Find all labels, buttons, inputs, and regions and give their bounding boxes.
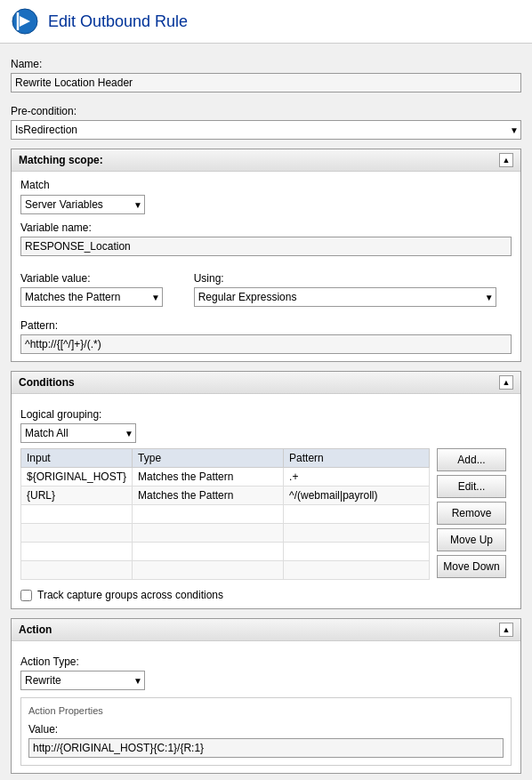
- precondition-label: Pre-condition:: [11, 105, 521, 117]
- table-row-empty2: [21, 524, 430, 543]
- row2-pattern: ^/(webmail|payroll): [284, 486, 430, 505]
- action-title: Action: [19, 623, 52, 636]
- precondition-select[interactable]: IsRedirection: [11, 120, 521, 140]
- using-col: Using: Regular Expressions Wildcards Exa…: [194, 265, 512, 307]
- logical-grouping-select-wrapper: Match All Match Any ▼: [20, 423, 136, 443]
- using-select[interactable]: Regular Expressions Wildcards Exact Matc…: [194, 287, 496, 307]
- action-collapse-btn[interactable]: ▲: [499, 623, 513, 637]
- conditions-body: Logical grouping: Match All Match Any ▼ …: [12, 394, 520, 608]
- action-type-select[interactable]: Rewrite Redirect None: [20, 671, 145, 690]
- track-capture-groups-checkbox[interactable]: [20, 590, 32, 601]
- action-value-input[interactable]: [28, 738, 504, 758]
- table-row: ${ORIGINAL_HOST} Matches the Pattern .+: [21, 468, 430, 486]
- col-pattern: Pattern: [284, 449, 430, 468]
- variable-value-select[interactable]: Matches the Pattern Does Not Match the P…: [20, 287, 163, 307]
- conditions-section: Conditions ▲ Logical grouping: Match All…: [11, 371, 521, 609]
- col-input: Input: [21, 449, 133, 468]
- table-row-empty1: [21, 505, 430, 524]
- using-label: Using:: [194, 272, 512, 285]
- row2-type: Matches the Pattern: [133, 486, 284, 505]
- variable-name-label: Variable name:: [20, 221, 512, 234]
- pattern-label: Pattern:: [20, 319, 512, 332]
- variable-value-col: Variable value: Matches the Pattern Does…: [20, 265, 180, 307]
- logical-grouping-select[interactable]: Match All Match Any: [20, 423, 136, 443]
- page-header: Edit Outbound Rule: [0, 0, 532, 44]
- match-type-select[interactable]: Server Variables: [20, 195, 145, 214]
- match-label: Match: [20, 179, 512, 191]
- table-row-empty3: [21, 543, 430, 561]
- name-label: Name:: [11, 58, 521, 70]
- conditions-side-buttons: Add... Edit... Remove Move Up Move Down: [437, 448, 506, 580]
- using-select-wrapper: Regular Expressions Wildcards Exact Matc…: [194, 287, 496, 307]
- match-type-select-wrapper: Server Variables ▼: [20, 195, 145, 214]
- row1-pattern: .+: [284, 468, 430, 486]
- logical-grouping-row: Logical grouping: Match All Match Any ▼: [20, 408, 512, 443]
- matching-scope-body: Match Server Variables ▼ Variable name: …: [12, 172, 520, 361]
- precondition-section: Pre-condition: IsRedirection ▼: [11, 105, 521, 140]
- action-properties-box: Action Properties Value:: [20, 697, 512, 766]
- conditions-layout: Input Type Pattern ${ORIGINAL_HOST} Matc…: [20, 448, 512, 580]
- conditions-title: Conditions: [19, 376, 75, 389]
- matching-scope-section: Matching scope: ▲ Match Server Variables…: [11, 149, 521, 362]
- col-type: Type: [133, 449, 284, 468]
- move-down-button[interactable]: Move Down: [437, 555, 506, 578]
- page-title: Edit Outbound Rule: [48, 12, 188, 31]
- row2-input: {URL}: [21, 486, 133, 505]
- outbound-rule-icon: [11, 7, 39, 36]
- variable-name-input[interactable]: [20, 237, 512, 256]
- action-section: Action ▲ Action Type: Rewrite Redirect N…: [11, 618, 521, 774]
- variable-value-using-row: Variable value: Matches the Pattern Does…: [20, 265, 512, 307]
- action-type-label: Action Type:: [20, 655, 512, 668]
- variable-value-label: Variable value:: [20, 272, 180, 285]
- variable-value-select-wrapper: Matches the Pattern Does Not Match the P…: [20, 287, 163, 307]
- action-header: Action ▲: [12, 619, 520, 641]
- row1-type: Matches the Pattern: [133, 468, 284, 486]
- conditions-header: Conditions ▲: [12, 372, 520, 394]
- logical-grouping-label: Logical grouping:: [20, 408, 512, 421]
- pattern-input[interactable]: [20, 334, 512, 354]
- action-properties-label: Action Properties: [28, 705, 504, 716]
- conditions-table: Input Type Pattern ${ORIGINAL_HOST} Matc…: [20, 448, 430, 580]
- matching-scope-header: Matching scope: ▲: [12, 149, 520, 172]
- move-up-button[interactable]: Move Up: [437, 528, 506, 551]
- action-body: Action Type: Rewrite Redirect None ▼ Act…: [12, 641, 520, 773]
- main-content: Name: Pre-condition: IsRedirection ▼ Mat…: [0, 44, 532, 780]
- value-label: Value:: [28, 723, 504, 736]
- matching-scope-title: Matching scope:: [19, 154, 103, 166]
- edit-button[interactable]: Edit...: [437, 475, 506, 498]
- name-section: Name:: [11, 58, 521, 92]
- table-row-empty4: [21, 561, 430, 580]
- name-input[interactable]: [11, 73, 521, 92]
- conditions-collapse-btn[interactable]: ▲: [499, 375, 513, 390]
- table-row: {URL} Matches the Pattern ^/(webmail|pay…: [21, 486, 430, 505]
- row1-input: ${ORIGINAL_HOST}: [21, 468, 133, 486]
- add-button[interactable]: Add...: [437, 448, 506, 471]
- remove-button[interactable]: Remove: [437, 502, 506, 525]
- track-capture-groups-label: Track capture groups across conditions: [37, 589, 223, 601]
- precondition-select-wrapper: IsRedirection ▼: [11, 120, 521, 140]
- action-type-select-wrapper: Rewrite Redirect None ▼: [20, 671, 145, 690]
- matching-scope-collapse-btn[interactable]: ▲: [499, 153, 513, 167]
- match-type-row: Server Variables ▼: [20, 195, 512, 214]
- track-capture-groups-row: Track capture groups across conditions: [20, 589, 512, 601]
